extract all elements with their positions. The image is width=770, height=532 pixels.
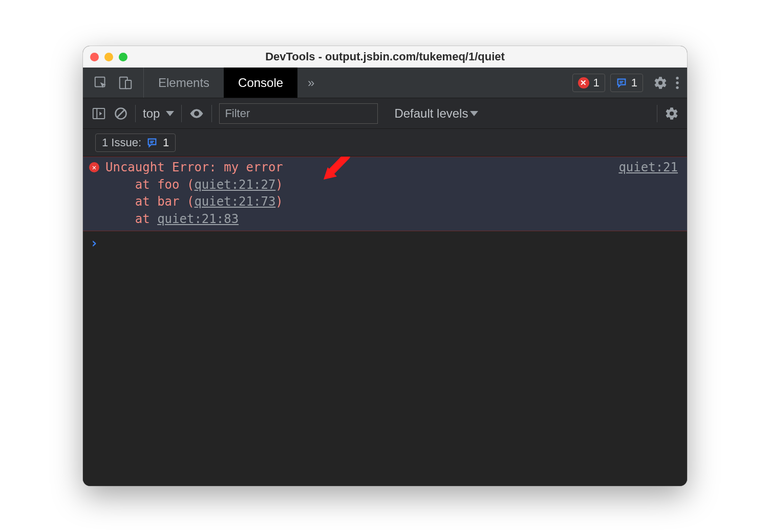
log-levels-selector[interactable]: Default levels xyxy=(394,106,478,121)
svg-point-6 xyxy=(676,81,678,84)
device-toolbar-icon[interactable] xyxy=(118,75,133,91)
separator xyxy=(657,105,657,122)
error-message: Uncaught Error: my error xyxy=(105,160,283,174)
kebab-menu-icon[interactable] xyxy=(675,76,680,90)
issue-count: 1 xyxy=(631,76,637,90)
tab-console[interactable]: Console xyxy=(224,68,297,98)
stack-frame: at bar (quiet:21:73) xyxy=(105,194,283,209)
devtools-window: DevTools - output.jsbin.com/tukemeq/1/qu… xyxy=(83,46,687,486)
issue-speech-icon xyxy=(616,77,627,88)
stack-link[interactable]: quiet:21:83 xyxy=(157,212,239,226)
context-label: top xyxy=(143,106,160,121)
minimize-window-button[interactable] xyxy=(104,53,113,61)
right-actions xyxy=(646,68,687,98)
svg-point-5 xyxy=(676,76,678,79)
issues-row: 1 Issue: 1 xyxy=(83,129,687,157)
levels-label: Default levels xyxy=(394,106,468,121)
source-link[interactable]: quiet:21 xyxy=(618,160,678,174)
prompt-chevron-icon: › xyxy=(90,235,98,251)
separator xyxy=(181,105,182,122)
console-error-entry: quiet:21 ✕ Uncaught Error: my error at f… xyxy=(83,157,687,231)
close-window-button[interactable] xyxy=(90,53,99,61)
error-count-badge[interactable]: ✕ 1 xyxy=(572,74,605,92)
svg-point-7 xyxy=(676,86,678,88)
context-selector[interactable]: top xyxy=(143,106,174,121)
live-expression-eye-icon[interactable] xyxy=(189,106,204,121)
error-icon: ✕ xyxy=(89,162,99,172)
console-prompt[interactable]: › xyxy=(83,231,687,255)
filter-input[interactable] xyxy=(219,103,378,124)
error-stack: Uncaught Error: my error at foo (quiet:2… xyxy=(105,159,283,228)
console-toolbar: top Default levels xyxy=(83,98,687,129)
issues-label: 1 Issue: xyxy=(102,136,141,149)
svg-rect-2 xyxy=(125,80,131,88)
zoom-window-button[interactable] xyxy=(119,53,127,61)
settings-gear-icon[interactable] xyxy=(653,76,668,90)
element-inspect-icon[interactable] xyxy=(93,75,109,91)
stack-link[interactable]: quiet:21:73 xyxy=(194,194,275,209)
chevron-down-icon xyxy=(470,111,478,116)
title-bar: DevTools - output.jsbin.com/tukemeq/1/qu… xyxy=(83,46,687,68)
issue-speech-icon xyxy=(146,137,158,148)
status-badges: ✕ 1 1 xyxy=(572,68,647,98)
window-title: DevTools - output.jsbin.com/tukemeq/1/qu… xyxy=(83,50,687,63)
separator xyxy=(211,105,212,122)
error-icon: ✕ xyxy=(578,77,589,88)
inspect-tools xyxy=(83,68,144,98)
svg-rect-8 xyxy=(93,108,105,119)
toggle-sidebar-icon[interactable] xyxy=(91,106,106,121)
tabs-row: Elements Console » ✕ 1 1 xyxy=(83,68,687,98)
stack-frame: at quiet:21:83 xyxy=(105,212,239,226)
stack-link[interactable]: quiet:21:27 xyxy=(194,178,275,192)
issues-chip[interactable]: 1 Issue: 1 xyxy=(95,134,176,152)
issues-count: 1 xyxy=(163,136,169,149)
traffic-lights xyxy=(90,53,127,61)
clear-console-icon[interactable] xyxy=(114,106,128,121)
console-output: quiet:21 ✕ Uncaught Error: my error at f… xyxy=(83,157,687,486)
issue-count-badge[interactable]: 1 xyxy=(610,74,643,92)
console-settings-gear-icon[interactable] xyxy=(665,106,679,121)
more-tabs-button[interactable]: » xyxy=(297,68,325,98)
svg-line-11 xyxy=(117,110,124,117)
tab-elements[interactable]: Elements xyxy=(144,68,224,98)
separator xyxy=(135,105,136,122)
error-count: 1 xyxy=(593,76,600,90)
chevron-down-icon xyxy=(166,111,174,116)
stack-frame: at foo (quiet:21:27) xyxy=(105,178,283,192)
